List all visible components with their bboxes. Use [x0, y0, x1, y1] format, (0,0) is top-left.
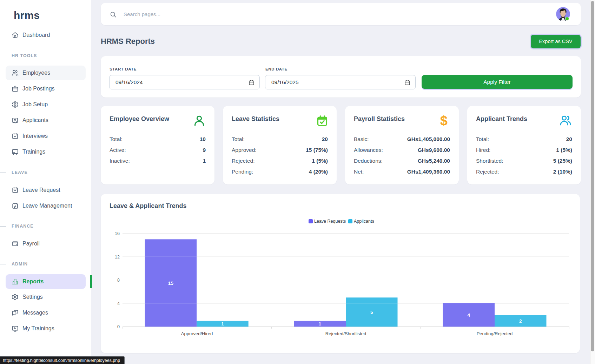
svg-text:Applicants: Applicants [354, 219, 374, 224]
svg-text:2: 2 [519, 318, 522, 324]
svg-text:1: 1 [221, 321, 224, 326]
svg-text:4: 4 [117, 301, 120, 306]
svg-text:16: 16 [115, 231, 120, 236]
svg-text:1: 1 [318, 321, 321, 326]
svg-text:Rejected/Shortlisted: Rejected/Shortlisted [325, 331, 366, 336]
svg-text:Pending/Rejected: Pending/Rejected [477, 331, 513, 336]
svg-text:12: 12 [115, 255, 120, 259]
svg-text:4: 4 [467, 312, 470, 318]
svg-text:Approved/Hired: Approved/Hired [181, 331, 213, 336]
svg-text:8: 8 [117, 278, 120, 283]
svg-text:Leave Requests: Leave Requests [314, 219, 346, 224]
svg-text:15: 15 [168, 281, 174, 286]
svg-text:0: 0 [117, 324, 120, 329]
svg-text:5: 5 [370, 310, 373, 315]
